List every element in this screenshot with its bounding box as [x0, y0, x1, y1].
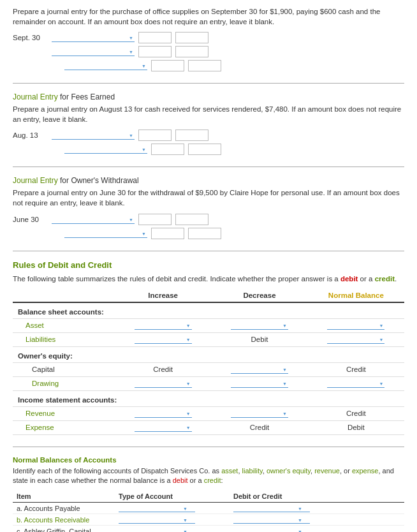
- normal-balances-section: Normal Balances of Accounts Identify eac…: [13, 456, 404, 532]
- purchase-debit-3[interactable]: [151, 60, 184, 71]
- asset-word: asset: [221, 467, 238, 475]
- normal-balances-type-0: assetliabilityowner's equityrevenueexpen…: [115, 503, 230, 514]
- fees-credit-1[interactable]: [175, 129, 208, 141]
- purchase-account-3-select[interactable]: [64, 62, 147, 70]
- fees-row-1: Aug. 13: [13, 129, 404, 141]
- fees-account-2-select[interactable]: [64, 145, 147, 154]
- revenue-decrease-select[interactable]: Debit Credit: [231, 410, 288, 418]
- fees-debit-2[interactable]: [151, 144, 184, 155]
- capital-decrease-select[interactable]: Debit Credit: [231, 366, 288, 374]
- liabilities-row: Liabilities Debit Credit Debit: [13, 332, 404, 346]
- normal-balances-intro: Identify each of the following accounts …: [13, 466, 404, 486]
- liabilities-normal-cell: Debit Credit: [308, 332, 404, 346]
- liabilities-increase-select[interactable]: Debit Credit: [135, 336, 192, 344]
- normal-balances-item-2: c. Ashley Griffin, Capital: [13, 526, 115, 532]
- normal-balances-balance-0: DebitCredit: [230, 503, 404, 514]
- type-select-2[interactable]: assetliabilityowner's equityrevenueexpen…: [119, 527, 195, 532]
- revenue-increase-cell: Debit Credit: [115, 406, 211, 420]
- asset-normal-wrapper: Debit Credit: [327, 321, 384, 330]
- withdrawal-credit-2[interactable]: [188, 228, 221, 239]
- balance-select-wrapper-2: DebitCredit: [233, 527, 304, 532]
- normal-balances-type-2: assetliabilityowner's equityrevenueexpen…: [115, 526, 230, 532]
- asset-increase-select[interactable]: Debit Credit: [135, 321, 192, 330]
- asset-label: Asset: [13, 318, 115, 332]
- type-select-0[interactable]: assetliabilityowner's equityrevenueexpen…: [119, 504, 195, 512]
- purchase-credit-2[interactable]: [175, 46, 208, 57]
- fees-credit-2[interactable]: [188, 144, 221, 155]
- liability-word: liability: [242, 467, 263, 475]
- rules-section: Rules of Debit and Credit The following …: [13, 260, 404, 435]
- withdrawal-account-2-select[interactable]: [64, 230, 147, 238]
- expense-increase-cell: Debit Credit: [115, 420, 211, 434]
- col-type-header: Type of Account: [115, 491, 230, 503]
- income-header-row: Income statement accounts:: [13, 390, 404, 406]
- fees-instructions: Prepare a journal entry on August 13 for…: [13, 104, 404, 124]
- liabilities-normal-select[interactable]: Debit Credit: [327, 336, 384, 344]
- asset-decrease-cell: Debit Credit: [211, 318, 307, 332]
- purchase-instructions: Prepare a journal entry for the purchase…: [13, 6, 404, 27]
- withdrawal-debit-1[interactable]: [138, 214, 172, 225]
- revenue-label: Revenue: [13, 406, 115, 420]
- withdrawal-title-colored: Journal Entry: [13, 176, 58, 185]
- owners-equity-header-row: Owner's equity:: [13, 346, 404, 362]
- drawing-increase-wrapper: Debit Credit: [135, 380, 192, 388]
- capital-increase-value: Credit: [115, 362, 211, 376]
- purchase-account-1-select[interactable]: [52, 34, 135, 42]
- revenue-increase-wrapper: Debit Credit: [135, 410, 192, 418]
- withdrawal-account-1-select[interactable]: [52, 216, 135, 224]
- capital-decrease-wrapper: Debit Credit: [231, 366, 288, 374]
- normal-balances-row: a. Accounts Payableassetliabilityowner's…: [13, 503, 404, 514]
- divider-4: [13, 447, 404, 447]
- asset-decrease-select[interactable]: Debit Credit: [231, 321, 288, 330]
- purchase-row-3: [26, 60, 404, 71]
- purchase-debit-2[interactable]: [138, 46, 172, 57]
- purchase-row-2: [13, 46, 404, 57]
- expense-increase-select[interactable]: Debit Credit: [135, 424, 192, 432]
- withdrawal-instructions: Prepare a journal entry on June 30 for t…: [13, 188, 404, 208]
- drawing-decrease-select[interactable]: Debit Credit: [231, 380, 288, 388]
- drawing-normal-wrapper: Debit Credit: [327, 380, 384, 388]
- withdrawal-title-rest: for Owner's Withdrawal: [58, 176, 139, 185]
- rules-table: Increase Decrease Normal Balance Balance…: [13, 289, 404, 435]
- purchase-credit-1[interactable]: [175, 32, 208, 43]
- purchase-row-1: Sept. 30: [13, 32, 404, 43]
- asset-normal-cell: Debit Credit: [308, 318, 404, 332]
- purchase-account-2-wrapper: [52, 47, 135, 56]
- col-increase: Increase: [115, 289, 211, 302]
- debit-word: debit: [340, 275, 358, 283]
- purchase-credit-3[interactable]: [188, 60, 221, 71]
- asset-row: Asset Debit Credit Debit: [13, 318, 404, 332]
- liabilities-decrease-value: Debit: [211, 332, 307, 346]
- fees-title-rest: for Fees Earned: [58, 92, 115, 101]
- revenue-word: revenue: [314, 467, 340, 475]
- balance-sheet-header: Balance sheet accounts:: [13, 302, 404, 319]
- purchase-account-2-select[interactable]: [52, 48, 135, 56]
- drawing-row: Drawing Debit Credit Debit: [13, 376, 404, 390]
- type-select-wrapper-2: assetliabilityowner's equityrevenueexpen…: [119, 527, 189, 532]
- withdrawal-debit-2[interactable]: [151, 228, 184, 239]
- revenue-increase-select[interactable]: Debit Credit: [135, 410, 192, 418]
- balance-select-0[interactable]: DebitCredit: [233, 504, 310, 512]
- withdrawal-date: June 30: [13, 216, 48, 223]
- drawing-decrease-wrapper: Debit Credit: [231, 380, 288, 388]
- balance-select-2[interactable]: DebitCredit: [233, 527, 310, 532]
- fees-account-1-select[interactable]: [52, 131, 135, 140]
- drawing-normal-select[interactable]: Debit Credit: [327, 380, 384, 388]
- purchase-section: Prepare a journal entry for the purchase…: [13, 6, 404, 71]
- capital-normal-value: Credit: [308, 362, 404, 376]
- fees-section: Journal Entry for Fees Earned Prepare a …: [13, 92, 404, 155]
- balance-select-1[interactable]: DebitCredit: [233, 515, 310, 524]
- liabilities-label: Liabilities: [13, 332, 115, 346]
- col-decrease: Decrease: [211, 289, 307, 302]
- withdrawal-credit-1[interactable]: [175, 214, 208, 225]
- capital-row: Capital Credit Debit Credit Credit: [13, 362, 404, 376]
- drawing-increase-select[interactable]: Debit Credit: [135, 380, 192, 388]
- type-select-1[interactable]: assetliabilityowner's equityrevenueexpen…: [119, 515, 195, 524]
- fees-title-colored: Journal Entry: [13, 92, 58, 101]
- fees-debit-1[interactable]: [138, 129, 172, 141]
- col-item-header: Item: [13, 491, 115, 503]
- asset-normal-select[interactable]: Debit Credit: [327, 321, 384, 330]
- purchase-debit-1[interactable]: [138, 32, 172, 43]
- balance-select-wrapper-0: DebitCredit: [233, 504, 304, 512]
- drawing-decrease-cell: Debit Credit: [211, 376, 307, 390]
